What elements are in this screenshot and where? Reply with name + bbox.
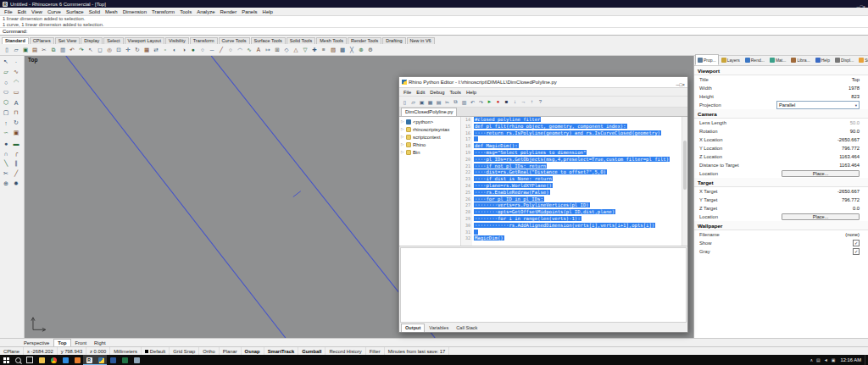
group-icon[interactable]: ◠ xyxy=(236,46,244,54)
select-window-icon[interactable]: ◻ xyxy=(96,46,104,54)
taskbar-word[interactable] xyxy=(107,355,119,365)
editor-close-button[interactable]: × xyxy=(682,82,685,87)
boolean-tool-icon[interactable]: ∩ xyxy=(1,148,11,158)
menu-solid[interactable]: Solid xyxy=(86,9,103,14)
tree-item-scriptcontext[interactable]: ▷scriptcontext xyxy=(399,133,460,141)
trim-tool-icon[interactable]: ✂ xyxy=(1,169,11,179)
editor-menu-tools[interactable]: Tools xyxy=(447,90,464,95)
panel-tab-display[interactable]: Displ... xyxy=(832,54,856,65)
toolbar-tab-cplanes[interactable]: CPlanes xyxy=(30,37,54,44)
panel-tab-layers[interactable]: Layers xyxy=(719,54,743,65)
menu-curve[interactable]: Curve xyxy=(45,9,64,14)
scale-icon[interactable]: ◑ xyxy=(180,46,188,54)
menu-view[interactable]: View xyxy=(29,9,45,14)
layer-tools-icon[interactable]: ∿ xyxy=(245,46,253,54)
select-icon[interactable]: ↖ xyxy=(86,46,95,54)
taskbar-search[interactable] xyxy=(12,355,24,365)
menu-analyze[interactable]: Analyze xyxy=(194,9,217,14)
text-tool-icon[interactable]: A xyxy=(11,97,21,108)
menu-dimension[interactable]: Dimension xyxy=(120,9,149,14)
toggle-osnap[interactable]: Osnap xyxy=(242,347,264,355)
object-properties-icon[interactable]: A xyxy=(254,46,263,54)
toggle-gumball[interactable]: Gumball xyxy=(298,347,326,355)
trim-icon[interactable]: ─ xyxy=(208,46,216,54)
toggle-minutes-from-last-save-17[interactable]: Minutes from last save: 17 xyxy=(385,347,450,355)
copy-icon[interactable]: ⧉ xyxy=(452,98,459,106)
projection-select[interactable]: Parallel▾ xyxy=(776,101,860,109)
property-value[interactable]: 796.772 xyxy=(842,146,860,151)
expander-icon[interactable]: ▷ xyxy=(401,142,404,147)
panel-tab-help[interactable]: Help xyxy=(813,54,832,65)
fillet-tool-icon[interactable]: ╭ xyxy=(11,148,21,158)
code-scrollbar[interactable] xyxy=(682,117,687,246)
toggle-record-history[interactable]: Record History xyxy=(326,347,365,355)
panel-tab-materials[interactable]: Mat... xyxy=(767,54,789,65)
editor-menu-edit[interactable]: Edit xyxy=(414,90,427,95)
curve-tool-icon[interactable]: ∿ xyxy=(11,67,21,77)
text-icon[interactable]: ╳ xyxy=(348,46,356,54)
taskbar-media-player[interactable] xyxy=(71,355,83,365)
property-value[interactable]: 90.0 xyxy=(850,129,860,134)
editor-menu-file[interactable]: File xyxy=(401,90,414,95)
ellipse-tool-icon[interactable]: ⬭ xyxy=(1,87,11,97)
tree-item-<python>[interactable]: ▷<python> xyxy=(399,118,460,125)
polygon-tool-icon[interactable]: ⬡ xyxy=(1,97,11,108)
step-over-icon[interactable]: → xyxy=(520,98,527,106)
polyline-tool-icon[interactable]: ▱ xyxy=(1,67,11,77)
undo-icon[interactable]: ↶ xyxy=(68,46,76,54)
viewport-tab-right[interactable]: Right xyxy=(91,340,109,346)
sphere-tool-icon[interactable]: ● xyxy=(1,138,11,148)
show-desktop-button[interactable] xyxy=(865,355,868,365)
save-icon[interactable]: ▣ xyxy=(21,46,30,54)
taskbar-python-editor[interactable] xyxy=(95,355,107,365)
property-value[interactable]: 1163.464 xyxy=(839,154,860,159)
active-layer[interactable]: Default xyxy=(142,347,170,355)
cylinder-tool-icon[interactable]: ▬ xyxy=(11,138,21,148)
show-icon[interactable]: ⊞ xyxy=(273,46,281,54)
join-tool-icon[interactable]: ⊕ xyxy=(1,179,11,189)
property-value[interactable]: 0.0 xyxy=(853,206,860,211)
tree-item-rhinoscriptsyntax[interactable]: ▷rhinoscriptsyntax xyxy=(399,125,460,133)
select-tool-icon[interactable]: ↖ xyxy=(1,57,11,67)
toggle-ortho[interactable]: Ortho xyxy=(199,347,220,355)
panel-tab-render[interactable]: Rend... xyxy=(743,54,767,65)
taskbar-file-explorer[interactable] xyxy=(36,355,47,365)
mirror-icon[interactable]: ● xyxy=(189,46,198,54)
named-views-icon[interactable]: ▦ xyxy=(142,46,151,54)
editor-menu-debug[interactable]: Debug xyxy=(427,90,447,95)
stop-icon[interactable]: ■ xyxy=(503,98,510,106)
join-icon[interactable]: ○ xyxy=(226,46,235,54)
zoom-extents-icon[interactable]: ◎ xyxy=(105,46,114,54)
step-into-icon[interactable]: ↓ xyxy=(511,98,519,106)
paste-icon[interactable]: ▥ xyxy=(58,46,67,54)
rectangle-tool-icon[interactable]: ▭ xyxy=(11,87,21,97)
output-panel[interactable] xyxy=(400,247,687,323)
sweep-tool-icon[interactable]: ∽ xyxy=(1,128,11,138)
editor-file-tab[interactable]: DimClosedPolyline.py xyxy=(401,108,457,116)
property-value[interactable]: -2650.667 xyxy=(837,137,860,142)
menu-file[interactable]: File xyxy=(2,9,15,14)
property-value[interactable]: (none) xyxy=(845,232,860,237)
place-button[interactable]: Place... xyxy=(782,170,860,177)
debug-icon[interactable]: ● xyxy=(494,98,502,106)
cut-icon[interactable]: ✂ xyxy=(443,98,451,106)
step-out-icon[interactable]: ↑ xyxy=(528,98,536,106)
menu-render[interactable]: Render xyxy=(218,9,240,14)
panel-tab-libraries[interactable]: Libra... xyxy=(788,54,812,65)
circle-tool-icon[interactable]: ○ xyxy=(1,77,11,87)
move-icon[interactable]: ⇄ xyxy=(152,46,160,54)
line-icon[interactable]: ▽ xyxy=(301,46,309,54)
editor-title-bar[interactable]: Rhino Python Editor - I:\rhinoscript\DIM… xyxy=(399,77,687,88)
bottom-tab-call-stack[interactable]: Call Stack xyxy=(453,324,481,332)
help-icon[interactable]: ? xyxy=(537,98,544,106)
surface-tool-icon[interactable]: ▢ xyxy=(1,108,11,118)
redo-icon[interactable]: ↷ xyxy=(77,46,86,54)
array-icon[interactable]: ○ xyxy=(198,46,207,54)
toolbar-tab-curve-tools[interactable]: Curve Tools xyxy=(219,37,250,44)
checkbox-gray[interactable]: ✓ xyxy=(853,248,860,255)
viewport-title[interactable]: Top xyxy=(28,57,37,63)
units-display[interactable]: Millimeters xyxy=(110,347,142,355)
property-value[interactable]: -2650.667 xyxy=(837,189,860,194)
menu-tools[interactable]: Tools xyxy=(177,9,194,14)
circle-icon[interactable]: ≡ xyxy=(320,46,328,54)
